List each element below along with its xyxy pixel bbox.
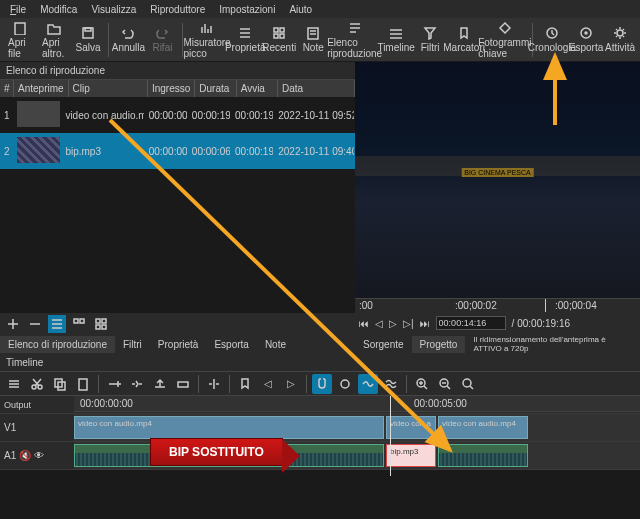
- svg-rect-22: [79, 379, 87, 390]
- peak-meter-button[interactable]: Misuratore picco: [187, 19, 227, 61]
- menu-help[interactable]: Aiuto: [283, 2, 318, 17]
- redo-button[interactable]: Rifai: [146, 24, 178, 55]
- audio-clip-bip[interactable]: bip.mp3: [386, 444, 436, 467]
- tab-playlist[interactable]: Elenco di riproduzione: [0, 336, 115, 353]
- tl-snap-button[interactable]: [312, 374, 332, 394]
- menu-file[interactable]: FFileile: [4, 2, 32, 17]
- tl-scrub-button[interactable]: [335, 374, 355, 394]
- grid-icon: [272, 26, 286, 40]
- notes-button[interactable]: Note: [297, 24, 329, 55]
- filters-button[interactable]: Filtri: [414, 24, 446, 55]
- video-clip[interactable]: video con a: [386, 416, 436, 439]
- scrub-icon: [338, 377, 352, 391]
- col-date[interactable]: Data: [278, 80, 355, 97]
- playlist-row[interactable]: 1 video con audio.mp4 00:00:00:00 00:00:…: [0, 97, 355, 133]
- tl-zoom-fit-button[interactable]: [458, 374, 478, 394]
- svg-rect-13: [80, 319, 84, 323]
- audio-clip[interactable]: [438, 444, 528, 467]
- meter-icon: [200, 21, 214, 35]
- playlist-row[interactable]: 2 bip.mp3 00:00:00:00 00:00:06:01 00:00:…: [0, 133, 355, 169]
- tab-props[interactable]: Proprietà: [150, 336, 207, 353]
- playhead[interactable]: [390, 396, 391, 476]
- history-button[interactable]: Cronologia: [536, 24, 568, 55]
- tl-cut-button[interactable]: [27, 374, 47, 394]
- tl-zoom-in-button[interactable]: [412, 374, 432, 394]
- skip-start-button[interactable]: ⏮: [359, 318, 369, 329]
- tl-ripple-all-button[interactable]: [381, 374, 401, 394]
- undo-icon: [121, 26, 135, 40]
- video-clip[interactable]: video con audio.mp4: [438, 416, 528, 439]
- tl-lift-button[interactable]: [150, 374, 170, 394]
- jobs-button[interactable]: Attività: [604, 24, 636, 55]
- col-dur[interactable]: Durata: [195, 80, 236, 97]
- tl-next-marker-button[interactable]: ▷: [281, 374, 301, 394]
- note-icon: [306, 26, 320, 40]
- tl-split-button[interactable]: [204, 374, 224, 394]
- track-header-v1[interactable]: V1: [0, 414, 74, 441]
- plus-icon: [6, 317, 20, 331]
- video-clip[interactable]: video con audio.mp4: [74, 416, 384, 439]
- next-frame-button[interactable]: ▷|: [403, 318, 414, 329]
- tl-append-button[interactable]: [104, 374, 124, 394]
- recent-button[interactable]: Recenti: [263, 24, 295, 55]
- eye-icon[interactable]: 👁: [34, 450, 44, 461]
- tab-source[interactable]: Sorgente: [355, 336, 412, 353]
- playlist-panel: # Anteprime Clip Ingresso Durata Avvia D…: [0, 80, 355, 313]
- timeline-button[interactable]: Timeline: [380, 24, 412, 55]
- col-in[interactable]: Ingresso: [148, 80, 195, 97]
- col-num[interactable]: #: [0, 80, 14, 97]
- preview-ruler[interactable]: :00 :00;00:02 :00;00:04: [355, 298, 640, 312]
- paste-icon: [76, 377, 90, 391]
- tab-project[interactable]: Progetto: [412, 336, 466, 353]
- tl-copy-button[interactable]: [50, 374, 70, 394]
- menu-player[interactable]: Riproduttore: [144, 2, 211, 17]
- tl-overwrite-button[interactable]: [173, 374, 193, 394]
- tl-menu-button[interactable]: [4, 374, 24, 394]
- menu-edit[interactable]: Modifica: [34, 2, 83, 17]
- tl-ripple-button[interactable]: [358, 374, 378, 394]
- tl-paste-button[interactable]: [73, 374, 93, 394]
- preview-player[interactable]: BIG CINEMA PESCA: [355, 62, 640, 298]
- save-button[interactable]: Salva: [72, 24, 104, 55]
- keyframes-button[interactable]: Fotogrammi chiave: [482, 19, 527, 61]
- prev-frame-button[interactable]: ◁: [375, 318, 383, 329]
- properties-button[interactable]: Proprietà: [229, 24, 261, 55]
- export-button[interactable]: Esporta: [570, 24, 602, 55]
- track-body-v1[interactable]: video con audio.mp4 video con a video co…: [74, 414, 640, 441]
- view-icons-button[interactable]: [92, 315, 110, 333]
- playhead-mark[interactable]: [545, 299, 546, 312]
- undo-button[interactable]: Annulla: [112, 24, 144, 55]
- col-start[interactable]: Avvia: [237, 80, 278, 97]
- col-clip[interactable]: Clip: [69, 80, 148, 97]
- view-details-button[interactable]: [48, 315, 66, 333]
- tab-notes[interactable]: Note: [257, 336, 294, 353]
- open-other-button[interactable]: Apri altro.: [38, 19, 70, 61]
- clip-thumbnail: [17, 101, 61, 127]
- skip-end-button[interactable]: ⏭: [420, 318, 430, 329]
- right-tabbar: Sorgente Progetto Il ridimensionamento d…: [355, 334, 640, 354]
- view-tiles-button[interactable]: [70, 315, 88, 333]
- svg-rect-5: [274, 34, 278, 38]
- menu-settings[interactable]: Impostazioni: [213, 2, 281, 17]
- tl-marker-button[interactable]: [235, 374, 255, 394]
- add-button[interactable]: [4, 315, 22, 333]
- remove-button[interactable]: [26, 315, 44, 333]
- menu-view[interactable]: Visualizza: [85, 2, 142, 17]
- open-file-button[interactable]: Apri file: [4, 19, 36, 61]
- col-thumb[interactable]: Anteprime: [14, 80, 69, 97]
- markers-button[interactable]: Marcatori: [448, 24, 480, 55]
- svg-rect-12: [74, 319, 78, 323]
- tab-filters[interactable]: Filtri: [115, 336, 150, 353]
- mute-icon[interactable]: 🔇: [19, 450, 31, 461]
- playlist-button[interactable]: Elenco riproduzione: [331, 19, 378, 61]
- tab-export[interactable]: Esporta: [206, 336, 256, 353]
- menubar: FFileile Modifica Visualizza Riproduttor…: [0, 0, 640, 18]
- tl-zoom-out-button[interactable]: [435, 374, 455, 394]
- timeline-ruler[interactable]: 00:00:00:00 00:00:05:00: [74, 396, 640, 412]
- track-header-a1[interactable]: A1 🔇 👁: [0, 442, 74, 469]
- grid-icon: [94, 317, 108, 331]
- tl-prev-marker-button[interactable]: ◁: [258, 374, 278, 394]
- position-field[interactable]: [436, 316, 506, 330]
- play-button[interactable]: ▷: [389, 318, 397, 329]
- tl-ripple-delete-button[interactable]: [127, 374, 147, 394]
